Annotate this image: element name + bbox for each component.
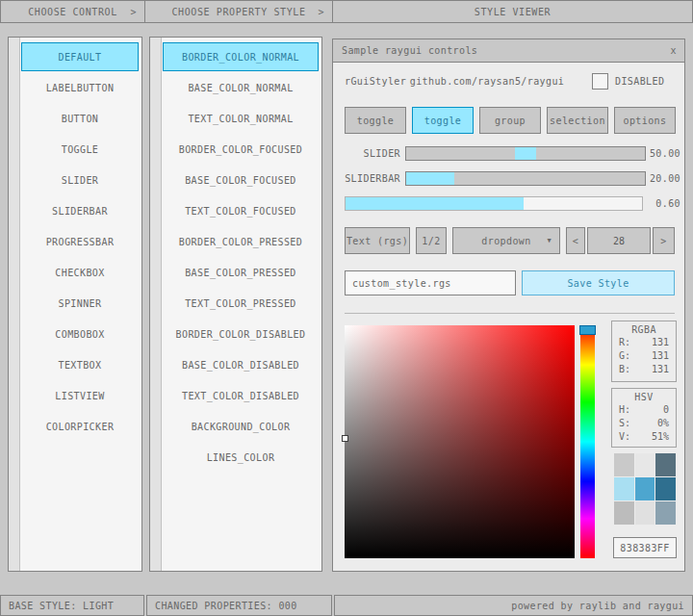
property-item-base-color-disabled[interactable]: BASE_COLOR_DISABLED bbox=[163, 350, 319, 379]
toggle-group-item-2[interactable]: group bbox=[479, 107, 541, 134]
dropdown[interactable]: dropdown ▼ bbox=[452, 227, 560, 254]
control-item-labelbutton[interactable]: LABELBUTTON bbox=[21, 73, 139, 102]
slider-handle[interactable] bbox=[515, 147, 536, 160]
save-style-button[interactable]: Save Style bbox=[522, 270, 675, 295]
style-swatch bbox=[635, 453, 655, 476]
breadcrumb-choose-property-style: CHOOSE PROPERTY STYLE > bbox=[144, 0, 333, 23]
rgba-g-value: 131 bbox=[652, 350, 669, 361]
property-item-text-color-focused[interactable]: TEXT_COLOR_FOCUSED bbox=[163, 196, 319, 225]
style-swatch bbox=[655, 501, 676, 525]
status-powered-by: powered by raylib and raygui bbox=[334, 595, 693, 616]
toggle-group-item-4[interactable]: options bbox=[614, 107, 676, 134]
hsv-h-value: 0 bbox=[663, 404, 669, 415]
disabled-checkbox[interactable] bbox=[592, 73, 608, 90]
control-item-checkbox[interactable]: CHECKBOX bbox=[21, 258, 139, 287]
window-title: Sample raygui controls bbox=[333, 45, 477, 56]
progressbar-value: 0.60 bbox=[648, 198, 680, 209]
property-item-border-color-disabled[interactable]: BORDER_COLOR_DISABLED bbox=[163, 320, 319, 348]
property-item-background-color[interactable]: BACKGROUND_COLOR bbox=[163, 412, 319, 441]
control-item-spinner[interactable]: SPINNER bbox=[21, 289, 139, 318]
toggle-group-item-3[interactable]: selection bbox=[547, 107, 608, 134]
property-item-text-color-pressed[interactable]: TEXT_COLOR_PRESSED bbox=[163, 289, 319, 318]
half-button[interactable]: 1/2 bbox=[416, 227, 447, 254]
property-item-base-color-focused[interactable]: BASE_COLOR_FOCUSED bbox=[163, 166, 319, 194]
hsv-h-label: H: bbox=[619, 404, 630, 415]
arrow-right-icon: > bbox=[318, 7, 324, 17]
control-item-combobox[interactable]: COMBOBOX bbox=[21, 320, 139, 348]
chevron-down-icon: ▼ bbox=[547, 237, 552, 244]
rgba-title: RGBA bbox=[612, 321, 676, 335]
control-item-slider[interactable]: SLIDER bbox=[21, 166, 139, 194]
hsv-s-label: S: bbox=[619, 418, 630, 428]
hsv-title: HSV bbox=[612, 389, 676, 402]
rgba-r-label: R: bbox=[619, 337, 630, 347]
property-item-lines-color[interactable]: LINES_COLOR bbox=[163, 443, 319, 472]
color-saturation-value-panel[interactable] bbox=[345, 325, 575, 558]
control-item-button[interactable]: BUTTON bbox=[21, 104, 139, 133]
sliderbar-label: SLIDERBAR bbox=[333, 173, 400, 184]
properties-list-scrollbar[interactable] bbox=[150, 38, 162, 571]
divider bbox=[345, 313, 675, 314]
status-base-style-label: BASE STYLE: LIGHT bbox=[9, 601, 114, 611]
property-item-base-color-normal[interactable]: BASE_COLOR_NORMAL bbox=[163, 73, 319, 102]
status-powered-by-label: powered by raylib and raygui bbox=[511, 601, 684, 611]
slider-label: SLIDER bbox=[333, 148, 400, 159]
spinner-increment-button[interactable]: > bbox=[653, 227, 675, 254]
status-changed-properties-label: CHANGED PROPERTIES: 000 bbox=[155, 601, 297, 611]
text-rgs-button[interactable]: Text (rgs) bbox=[345, 227, 410, 254]
close-icon[interactable]: x bbox=[665, 42, 681, 59]
property-item-border-color-normal[interactable]: BORDER_COLOR_NORMAL bbox=[163, 42, 319, 71]
toggle-group-item-1[interactable]: toggle bbox=[412, 107, 474, 134]
style-swatch bbox=[655, 477, 676, 500]
hsv-row-h: H: 0 bbox=[612, 402, 676, 416]
window-titlebar[interactable]: Sample raygui controls x bbox=[333, 39, 684, 63]
slider-value: 50.00 bbox=[648, 148, 680, 159]
style-swatch bbox=[635, 501, 655, 525]
rgba-row-b: B: 131 bbox=[612, 362, 676, 375]
controls-list-scrollbar[interactable] bbox=[9, 38, 20, 571]
control-item-colorpicker[interactable]: COLORPICKER bbox=[21, 412, 139, 441]
property-item-border-color-pressed[interactable]: BORDER_COLOR_PRESSED bbox=[163, 227, 319, 256]
control-item-listview[interactable]: LISTVIEW bbox=[21, 381, 139, 410]
style-swatch bbox=[614, 501, 634, 525]
breadcrumb-label: CHOOSE CONTROL bbox=[28, 7, 117, 17]
control-item-sliderbar[interactable]: SLIDERBAR bbox=[21, 196, 139, 225]
properties-list: BORDER_COLOR_NORMAL BASE_COLOR_NORMAL TE… bbox=[163, 42, 319, 474]
breadcrumb-label: CHOOSE PROPERTY STYLE bbox=[171, 7, 305, 17]
progressbar bbox=[345, 196, 643, 211]
hex-color-input[interactable]: 838383FF bbox=[613, 537, 677, 558]
hsv-group: HSV H: 0 S: 0% V: 51% bbox=[611, 388, 677, 448]
rgba-r-value: 131 bbox=[652, 337, 669, 347]
control-item-toggle[interactable]: TOGGLE bbox=[21, 135, 139, 164]
property-item-text-color-disabled[interactable]: TEXT_COLOR_DISABLED bbox=[163, 381, 319, 410]
hsv-s-value: 0% bbox=[657, 418, 669, 428]
color-cursor[interactable] bbox=[342, 435, 348, 442]
spinner-value[interactable]: 28 bbox=[587, 227, 651, 254]
control-item-progressbar[interactable]: PROGRESSBAR bbox=[21, 227, 139, 256]
style-swatch bbox=[655, 453, 676, 476]
hue-bar[interactable] bbox=[580, 325, 595, 558]
properties-list-panel: BORDER_COLOR_NORMAL BASE_COLOR_NORMAL TE… bbox=[149, 37, 322, 572]
rgba-group: RGBA R: 131 G: 131 B: 131 bbox=[611, 321, 677, 382]
toggle-group-item-0[interactable]: toggle bbox=[345, 107, 406, 134]
sliderbar-value: 20.00 bbox=[648, 173, 680, 184]
slider-track[interactable] bbox=[405, 146, 646, 161]
hsv-row-v: V: 51% bbox=[612, 429, 676, 443]
filename-input[interactable]: custom_style.rgs bbox=[345, 270, 516, 295]
spinner-decrement-button[interactable]: < bbox=[566, 227, 585, 254]
control-item-default[interactable]: DEFAULT bbox=[21, 42, 139, 71]
hue-handle[interactable] bbox=[579, 325, 596, 335]
sliderbar-track[interactable] bbox=[405, 171, 646, 186]
property-item-border-color-focused[interactable]: BORDER_COLOR_FOCUSED bbox=[163, 135, 319, 164]
breadcrumb-choose-control: CHOOSE CONTROL > bbox=[0, 0, 145, 23]
breadcrumb-style-viewer: STYLE VIEWER bbox=[332, 0, 693, 23]
property-item-text-color-normal[interactable]: TEXT_COLOR_NORMAL bbox=[163, 104, 319, 133]
property-item-base-color-pressed[interactable]: BASE_COLOR_PRESSED bbox=[163, 258, 319, 287]
rgba-row-r: R: 131 bbox=[612, 335, 676, 348]
status-changed-properties: CHANGED PROPERTIES: 000 bbox=[146, 595, 332, 616]
controls-list: DEFAULT LABELBUTTON BUTTON TOGGLE SLIDER… bbox=[21, 42, 139, 443]
breadcrumb-label: STYLE VIEWER bbox=[475, 7, 551, 17]
style-swatch bbox=[614, 477, 634, 500]
control-item-textbox[interactable]: TEXTBOX bbox=[21, 350, 139, 379]
hsv-v-value: 51% bbox=[652, 431, 669, 442]
